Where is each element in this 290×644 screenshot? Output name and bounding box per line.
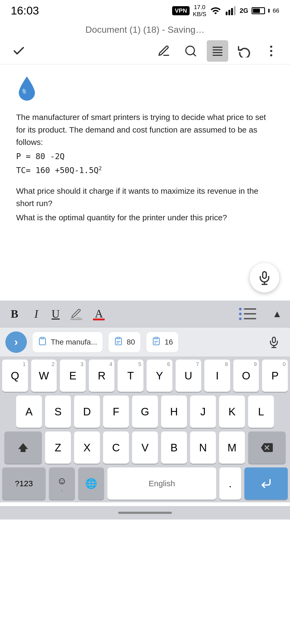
battery-tip <box>268 9 270 13</box>
key-P[interactable]: 0P <box>262 360 288 392</box>
key-S[interactable]: S <box>45 396 71 428</box>
suggestion-text-3: 16 <box>165 338 173 346</box>
svg-line-5 <box>193 53 195 56</box>
key-F[interactable]: F <box>103 396 129 428</box>
status-bar: 16:03 VPN 17.0KB/S 2G 66 <box>0 0 290 21</box>
svg-point-10 <box>270 46 272 48</box>
key-Q[interactable]: 1Q <box>2 360 28 392</box>
signal-icon <box>225 5 237 16</box>
svg-rect-9 <box>213 55 222 56</box>
doc-line2: TC= 160 +50Q-1.5Q2 <box>16 164 274 177</box>
key-T[interactable]: 5T <box>118 360 143 392</box>
suggestion-expand-button[interactable]: › <box>5 331 27 353</box>
svg-rect-0 <box>226 12 227 15</box>
svg-rect-18 <box>117 337 120 339</box>
droplet-icon <box>16 75 38 102</box>
key-Z[interactable]: Z <box>45 431 71 464</box>
more-button[interactable] <box>260 40 282 62</box>
svg-rect-21 <box>155 337 158 339</box>
undo-button[interactable] <box>234 40 255 62</box>
key-H[interactable]: H <box>161 396 187 428</box>
space-bar[interactable]: English <box>107 467 216 500</box>
svg-rect-8 <box>213 52 222 53</box>
svg-rect-1 <box>228 10 230 15</box>
key-I[interactable]: 8I <box>204 360 230 392</box>
check-button[interactable] <box>8 40 30 62</box>
key-X[interactable]: X <box>74 431 100 464</box>
vpn-badge: VPN <box>172 6 190 15</box>
doc-title-bar: Document (1) (18) - Saving… <box>0 21 290 38</box>
svg-rect-14 <box>263 272 266 279</box>
key-K[interactable]: K <box>219 396 245 428</box>
pen-button[interactable] <box>153 40 175 62</box>
svg-point-11 <box>270 50 272 52</box>
document-content[interactable]: The manufacturer of smart printers is tr… <box>16 111 274 224</box>
enter-button[interactable] <box>244 467 288 500</box>
battery-percent: 66 <box>273 7 279 14</box>
underline-button[interactable]: U <box>52 308 60 320</box>
keyboard-row-4: ?123 ☺, 🌐 English . <box>2 467 288 502</box>
key-L[interactable]: L <box>248 396 274 428</box>
backspace-button[interactable] <box>248 431 286 464</box>
key-D[interactable]: D <box>74 396 100 428</box>
network-badge: 2G <box>240 7 248 14</box>
key-O[interactable]: 9O <box>233 360 259 392</box>
suggestion-text-2: 80 <box>127 338 135 346</box>
svg-rect-3 <box>234 6 235 15</box>
search-button[interactable] <box>180 40 201 62</box>
bold-button[interactable]: B <box>8 308 21 320</box>
key-R[interactable]: 4R <box>89 360 115 392</box>
key-B[interactable]: B <box>161 431 187 464</box>
italic-button[interactable]: I <box>32 308 41 320</box>
clipboard-icon <box>38 336 47 348</box>
bottom-bar <box>0 506 290 519</box>
doc-line1: P = 80 -2Q <box>16 150 274 163</box>
key-M[interactable]: M <box>219 431 245 464</box>
font-color-button[interactable]: A <box>93 307 105 320</box>
svg-marker-27 <box>18 443 28 452</box>
shift-button[interactable] <box>4 431 42 464</box>
status-icons: VPN 17.0KB/S 2G 66 <box>172 4 279 18</box>
key-C[interactable]: C <box>103 431 129 464</box>
svg-rect-17 <box>41 337 44 339</box>
key-U[interactable]: 7U <box>176 360 201 392</box>
clipboard-icon-3 <box>152 336 161 348</box>
emoji-button[interactable]: ☺, <box>49 467 75 500</box>
keyboard: 1Q 2W 3E 4R 5T 6Y 7U 8I 9O 0P A S D F G … <box>0 357 290 502</box>
clipboard-icon-2 <box>114 336 123 348</box>
svg-rect-6 <box>213 47 222 48</box>
keyboard-row-3: Z X C V B N M <box>2 431 288 464</box>
keyboard-mic-button[interactable] <box>263 331 285 353</box>
status-time: 16:03 <box>11 4 39 17</box>
key-G[interactable]: G <box>132 396 158 428</box>
collapse-keyboard-button[interactable]: ▲ <box>272 308 282 320</box>
period-button[interactable]: . <box>219 467 241 500</box>
key-J[interactable]: J <box>190 396 216 428</box>
key-V[interactable]: V <box>132 431 158 464</box>
list-format-button[interactable] <box>239 308 256 320</box>
svg-rect-7 <box>213 49 222 50</box>
globe-button[interactable]: 🌐 <box>78 467 104 500</box>
key-W[interactable]: 2W <box>31 360 57 392</box>
list-button[interactable] <box>207 40 228 62</box>
key-A[interactable]: A <box>16 396 42 428</box>
key-E[interactable]: 3E <box>60 360 86 392</box>
suggestion-chip-1[interactable]: The manufa... <box>32 332 103 353</box>
wifi-icon <box>210 5 222 16</box>
suggestion-chip-2[interactable]: 80 <box>108 332 141 353</box>
suggestion-chip-3[interactable]: 16 <box>146 332 179 353</box>
document-area[interactable]: The manufacturer of smart printers is tr… <box>0 64 290 301</box>
doc-title: Document (1) (18) - Saving… <box>85 24 205 35</box>
speed-text: 17.0KB/S <box>193 4 206 18</box>
key-Y[interactable]: 6Y <box>147 360 172 392</box>
doc-paragraph2: What price should it charge if it wants … <box>16 185 274 210</box>
key-N[interactable]: N <box>190 431 216 464</box>
suggestions-bar: › The manufa... 80 16 <box>0 327 290 357</box>
highlight-button[interactable] <box>70 308 82 320</box>
home-indicator[interactable] <box>118 512 172 514</box>
numbers-button[interactable]: ?123 <box>2 467 46 500</box>
battery-icon <box>252 7 265 14</box>
svg-point-12 <box>270 54 272 56</box>
keyboard-row-1: 1Q 2W 3E 4R 5T 6Y 7U 8I 9O 0P <box>2 360 288 392</box>
mic-fab-button[interactable] <box>250 263 279 292</box>
